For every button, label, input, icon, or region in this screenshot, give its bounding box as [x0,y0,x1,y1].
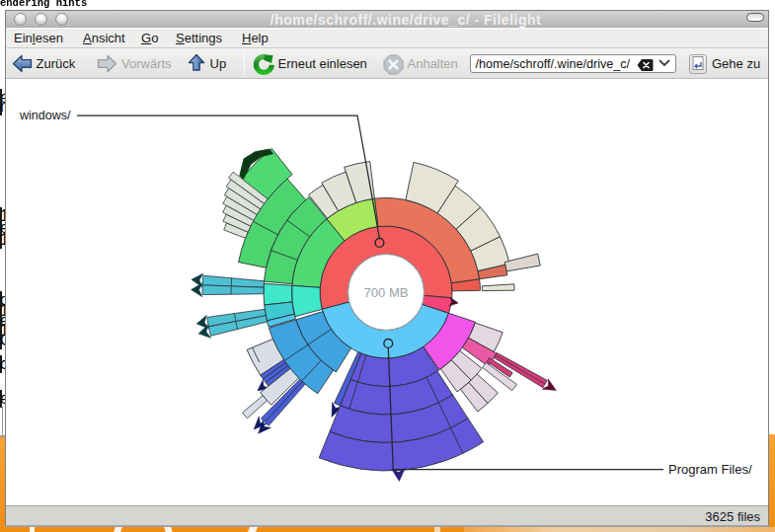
svg-text:Program Files/: Program Files/ [668,462,752,477]
svg-text:windows/: windows/ [19,109,71,122]
svg-text:700 MB: 700 MB [364,285,409,300]
